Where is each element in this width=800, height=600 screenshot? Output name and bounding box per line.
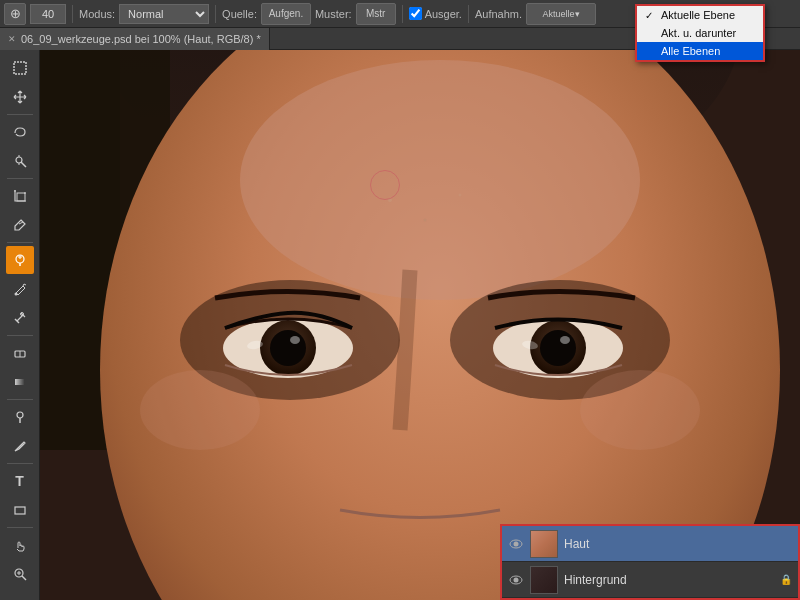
- modus-select[interactable]: Normal Aufhellen Abdunkeln: [119, 4, 209, 24]
- separator-1: [72, 5, 73, 23]
- svg-point-46: [580, 370, 700, 450]
- layers-panel: Haut Hintergrund 🔒: [500, 524, 800, 600]
- tool-crop[interactable]: [6, 182, 34, 210]
- svg-line-1: [21, 162, 26, 167]
- svg-point-41: [459, 194, 462, 197]
- layer-row-haut[interactable]: Haut: [502, 526, 798, 562]
- svg-point-11: [14, 293, 17, 296]
- document-tab[interactable]: ✕ 06_09_werkzeuge.psd bei 100% (Haut, RG…: [0, 28, 270, 50]
- ausger-checkbox[interactable]: [409, 7, 422, 20]
- svg-point-48: [514, 541, 519, 546]
- muster-btn[interactable]: Mstr: [356, 3, 396, 25]
- tool-separator-5: [7, 399, 33, 400]
- toolbar: ⊕ 40 Modus: Normal Aufhellen Abdunkeln Q…: [0, 0, 800, 28]
- layer-thumb-dark-preview: [531, 567, 557, 593]
- dropdown-item-aktuelle[interactable]: ✓ Aktuelle Ebene: [637, 6, 763, 24]
- separator-2: [215, 5, 216, 23]
- eye-icon-hintergrund[interactable]: [508, 572, 524, 588]
- tool-dodge[interactable]: [6, 403, 34, 431]
- aufnahme-label: Aufnahm.: [475, 8, 522, 20]
- muster-label: Muster:: [315, 8, 352, 20]
- tool-eyedropper[interactable]: [6, 211, 34, 239]
- svg-point-40: [388, 198, 392, 202]
- tool-gradient[interactable]: [6, 368, 34, 396]
- lock-icon-hintergrund: 🔒: [780, 574, 792, 585]
- svg-rect-5: [17, 193, 25, 201]
- dropdown-item-akt-u-darunter[interactable]: Akt. u. darunter: [637, 24, 763, 42]
- tool-lasso[interactable]: [6, 118, 34, 146]
- tool-clone-stamp[interactable]: [6, 304, 34, 332]
- tool-pen[interactable]: [6, 432, 34, 460]
- eye-icon-haut[interactable]: [508, 536, 524, 552]
- svg-line-6: [19, 222, 23, 224]
- tool-healing-brush[interactable]: [6, 246, 34, 274]
- brush-size-input[interactable]: 40: [30, 4, 66, 24]
- layer-thumb-hintergrund: [530, 566, 558, 594]
- svg-point-38: [540, 330, 576, 366]
- svg-rect-15: [15, 379, 25, 385]
- tool-text[interactable]: T: [6, 467, 34, 495]
- svg-rect-19: [15, 507, 25, 514]
- tab-close-btn[interactable]: ✕: [8, 34, 16, 44]
- tool-separator-1: [7, 114, 33, 115]
- photo-canvas: [40, 50, 800, 600]
- tool-separator-3: [7, 242, 33, 243]
- aufnahme-dropdown-btn[interactable]: Aktuelle▾: [526, 3, 596, 25]
- quelle-label: Quelle:: [222, 8, 257, 20]
- svg-point-2: [16, 157, 22, 163]
- tool-selection-rect[interactable]: [6, 54, 34, 82]
- tool-separator-4: [7, 335, 33, 336]
- svg-point-42: [424, 219, 427, 222]
- quelle-aufgen-btn[interactable]: Aufgen.: [261, 3, 311, 25]
- tool-separator-6: [7, 463, 33, 464]
- layer-name-hintergrund: Hintergrund: [564, 573, 774, 587]
- layer-name-haut: Haut: [564, 537, 792, 551]
- svg-line-21: [22, 576, 26, 580]
- svg-rect-0: [14, 62, 26, 74]
- tool-hand[interactable]: [6, 531, 34, 559]
- separator-3: [402, 5, 403, 23]
- healing-brush-options-icon[interactable]: ⊕: [4, 3, 26, 25]
- tool-brush[interactable]: [6, 275, 34, 303]
- svg-point-39: [560, 336, 570, 344]
- tools-panel: T: [0, 50, 40, 600]
- tool-separator-7: [7, 527, 33, 528]
- separator-4: [468, 5, 469, 23]
- tool-move[interactable]: [6, 83, 34, 111]
- svg-point-35: [290, 336, 300, 344]
- dropdown-item-alle-ebenen[interactable]: Alle Ebenen: [637, 42, 763, 60]
- modus-label: Modus:: [79, 8, 115, 20]
- layer-thumb-haut: [530, 530, 558, 558]
- tool-shape[interactable]: [6, 496, 34, 524]
- aufnahme-dropdown-menu: ✓ Aktuelle Ebene Akt. u. darunter Alle E…: [635, 4, 765, 62]
- layer-thumb-skin-preview: [531, 531, 557, 557]
- svg-point-45: [140, 370, 260, 450]
- svg-point-50: [514, 577, 519, 582]
- tool-eraser[interactable]: [6, 339, 34, 367]
- svg-point-16: [17, 412, 23, 418]
- svg-point-29: [240, 60, 640, 300]
- check-aktuelle: ✓: [645, 10, 657, 21]
- canvas-area[interactable]: Haut Hintergrund 🔒: [40, 50, 800, 600]
- ausger-checkbox-label: Ausger.: [409, 7, 462, 20]
- main-layout: T: [0, 50, 800, 600]
- layer-row-hintergrund[interactable]: Hintergrund 🔒: [502, 562, 798, 598]
- tab-label: 06_09_werkzeuge.psd bei 100% (Haut, RGB/…: [21, 33, 261, 45]
- tool-magic-wand[interactable]: [6, 147, 34, 175]
- tool-zoom[interactable]: [6, 560, 34, 588]
- svg-point-34: [270, 330, 306, 366]
- tool-separator-2: [7, 178, 33, 179]
